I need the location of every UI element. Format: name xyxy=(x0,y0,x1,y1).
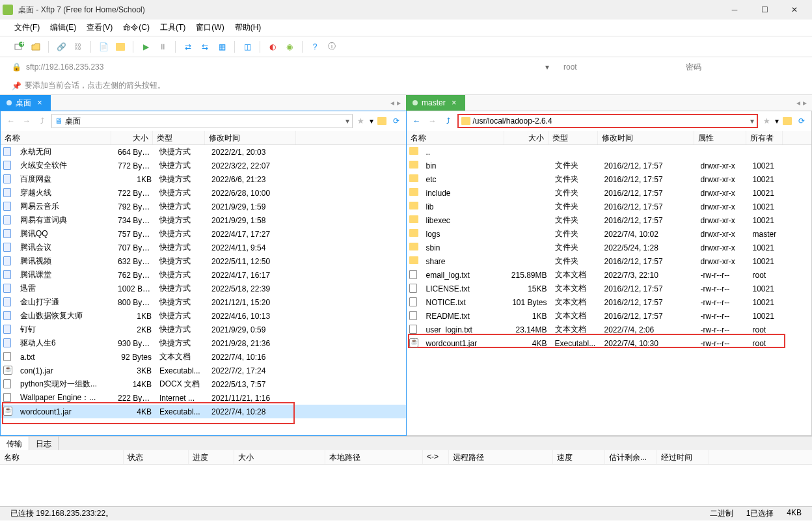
tcol-progress[interactable]: 进度 xyxy=(189,450,234,464)
file-row[interactable]: 金山打字通 800 Bytes 快捷方式 2021/12/1, 15:20 xyxy=(1,295,406,309)
file-row[interactable]: bin 文件夹 2016/2/12, 17:57 drwxr-xr-x 1002… xyxy=(407,159,812,172)
menu-tool[interactable]: 工具(T) xyxy=(156,21,189,34)
minimize-button[interactable]: ─ xyxy=(720,0,750,20)
menu-help[interactable]: 帮助(H) xyxy=(231,21,265,34)
nav-up-button[interactable]: ⤴ xyxy=(36,115,49,128)
col-type[interactable]: 类型 xyxy=(153,131,205,144)
new-folder-button[interactable] xyxy=(113,40,128,54)
menu-edit[interactable]: 编辑(E) xyxy=(46,21,80,34)
file-row[interactable]: include 文件夹 2016/2/12, 17:57 drwxr-xr-x … xyxy=(407,186,812,200)
view-grid-button[interactable]: ▦ xyxy=(215,40,229,54)
favorites-dropdown[interactable]: ▾ xyxy=(775,116,779,126)
nav-forward-button[interactable]: → xyxy=(426,115,439,128)
play-button[interactable]: ▶ xyxy=(139,40,153,54)
col-attr[interactable]: 属性 xyxy=(694,131,746,144)
pause-button[interactable]: ⏸ xyxy=(156,40,170,54)
file-row[interactable]: 网易云音乐 792 Bytes 快捷方式 2021/9/29, 1:59 xyxy=(1,200,406,213)
new-session-button[interactable]: + xyxy=(12,40,26,54)
file-row[interactable]: wordcount1.jar 4KB Executabl... 2022/7/4… xyxy=(407,336,812,350)
file-row[interactable]: a.txt 92 Bytes 文本文档 2022/7/4, 10:16 xyxy=(1,350,406,364)
col-type[interactable]: 类型 xyxy=(548,131,598,144)
new-file-button[interactable]: 📄 xyxy=(96,40,111,54)
tcol-local[interactable]: 本地路径 xyxy=(325,450,423,464)
xftp-button[interactable]: ◉ xyxy=(282,40,297,54)
file-row[interactable]: libexec 文件夹 2016/2/12, 17:57 drwxr-xr-x … xyxy=(407,213,812,227)
file-row[interactable]: NOTICE.txt 101 Bytes 文本文档 2016/2/12, 17:… xyxy=(407,295,812,309)
file-row[interactable]: 网易有道词典 734 Bytes 快捷方式 2021/9/29, 1:58 xyxy=(1,213,406,227)
username-input[interactable] xyxy=(561,62,678,72)
link-button[interactable]: 🔗 xyxy=(54,40,68,54)
tab-nav-right-icon[interactable]: ▸ xyxy=(803,98,807,107)
address-input[interactable] xyxy=(26,62,540,72)
file-row[interactable]: logs 文件夹 2022/7/4, 10:02 drwxr-xr-x mast… xyxy=(407,227,812,241)
file-row[interactable]: 穿越火线 722 Bytes 快捷方式 2022/6/28, 10:00 xyxy=(1,186,406,200)
tab-nav-left-icon[interactable]: ◂ xyxy=(796,98,800,107)
dropdown-icon[interactable]: ▾ xyxy=(345,116,349,126)
file-row[interactable]: sbin 文件夹 2022/5/24, 1:28 drwxr-xr-x 1002… xyxy=(407,241,812,254)
menu-cmd[interactable]: 命令(C) xyxy=(119,21,154,34)
file-row[interactable]: wordcount1.jar 4KB Executabl... 2022/7/4… xyxy=(1,405,406,418)
address-dropdown-icon[interactable]: ▾ xyxy=(545,62,556,72)
sync-left-button[interactable]: ⇄ xyxy=(181,40,195,54)
menu-window[interactable]: 窗口(W) xyxy=(192,21,228,34)
tcol-status[interactable]: 状态 xyxy=(124,450,189,464)
file-row[interactable]: email_log.txt 215.89MB 文本文档 2022/7/3, 22… xyxy=(407,268,812,282)
remote-file-list[interactable]: .. bin 文件夹 2016/2/12, 17:57 drwxr-xr-x 1… xyxy=(407,145,812,435)
tab-nav-right-icon[interactable]: ▸ xyxy=(397,98,401,107)
remote-path-input[interactable]: /usr/local/hadoop-2.6.4 ▾ xyxy=(457,114,759,128)
menu-view[interactable]: 查看(V) xyxy=(83,21,116,34)
file-row[interactable]: user_login.txt 23.14MB 文本文档 2022/7/4, 2:… xyxy=(407,323,812,336)
nav-back-button[interactable]: ← xyxy=(5,115,18,128)
xshell-button[interactable]: ◐ xyxy=(265,40,280,54)
bookmark-button[interactable]: ★ xyxy=(355,115,367,127)
file-row[interactable]: etc 文件夹 2016/2/12, 17:57 drwxr-xr-x 1002… xyxy=(407,172,812,186)
home-button[interactable] xyxy=(781,115,793,127)
refresh-button[interactable]: ⟳ xyxy=(390,115,402,127)
password-input[interactable] xyxy=(683,62,800,72)
col-owner[interactable]: 所有者 xyxy=(746,131,783,144)
col-name[interactable]: 名称 xyxy=(407,131,504,144)
col-name[interactable]: 名称 xyxy=(1,131,111,144)
file-row[interactable]: 火绒安全软件 772 Bytes 快捷方式 2022/3/22, 22:07 xyxy=(1,159,406,172)
file-row[interactable]: 腾讯QQ 757 Bytes 快捷方式 2022/4/17, 17:27 xyxy=(1,227,406,241)
file-row[interactable]: LICENSE.txt 15KB 文本文档 2016/2/12, 17:57 -… xyxy=(407,282,812,295)
sync-right-button[interactable]: ⇆ xyxy=(198,40,212,54)
file-row[interactable]: 驱动人生6 930 Bytes 快捷方式 2021/9/28, 21:36 xyxy=(1,336,406,350)
home-button[interactable] xyxy=(376,115,388,127)
tcol-size[interactable]: 大小 xyxy=(234,450,325,464)
file-row[interactable]: 腾讯课堂 762 Bytes 快捷方式 2022/4/17, 16:17 xyxy=(1,268,406,282)
panel-config-button[interactable]: ◫ xyxy=(240,40,254,54)
transfer-tab[interactable]: 传输 xyxy=(0,437,29,450)
nav-back-button[interactable]: ← xyxy=(411,115,424,128)
tcol-name[interactable]: 名称 xyxy=(0,450,124,464)
file-row[interactable]: 腾讯视频 632 Bytes 快捷方式 2022/5/11, 12:50 xyxy=(1,254,406,268)
dropdown-icon[interactable]: ▾ xyxy=(750,116,754,126)
col-size[interactable]: 大小 xyxy=(504,131,548,144)
close-button[interactable]: ✕ xyxy=(779,0,809,20)
nav-up-button[interactable]: ⤴ xyxy=(442,115,455,128)
file-row[interactable]: 迅雷 1002 Byt... 快捷方式 2022/5/18, 22:39 xyxy=(1,282,406,295)
col-time[interactable]: 修改时间 xyxy=(205,131,296,144)
local-path-input[interactable]: 🖥 桌面 ▾ xyxy=(51,114,353,128)
open-session-button[interactable] xyxy=(29,40,43,54)
file-row[interactable]: python实现对一组数... 14KB DOCX 文档 2022/5/13, … xyxy=(1,377,406,391)
file-row[interactable]: 钉钉 2KB 快捷方式 2021/9/29, 0:59 xyxy=(1,323,406,336)
tab-close-icon[interactable]: × xyxy=(35,98,44,107)
menu-file[interactable]: 文件(F) xyxy=(10,21,44,34)
nav-forward-button[interactable]: → xyxy=(20,115,33,128)
file-row[interactable]: con(1).jar 3KB Executabl... 2022/7/2, 17… xyxy=(1,364,406,377)
tcol-speed[interactable]: 速度 xyxy=(553,450,605,464)
file-row[interactable]: share 文件夹 2016/2/12, 17:57 drwxr-xr-x 10… xyxy=(407,254,812,268)
file-row[interactable]: 腾讯会议 707 Bytes 快捷方式 2022/4/11, 9:54 xyxy=(1,241,406,254)
local-file-list[interactable]: 永劫无间 664 Bytes 快捷方式 2022/2/1, 20:03 火绒安全… xyxy=(1,145,406,435)
about-button[interactable]: ⓘ xyxy=(325,40,339,54)
transfer-list[interactable] xyxy=(0,465,812,506)
file-row[interactable]: 金山数据恢复大师 1KB 快捷方式 2022/4/16, 10:13 xyxy=(1,309,406,323)
file-row[interactable]: Wallpaper Engine：... 222 Bytes Internet … xyxy=(1,391,406,405)
remote-tab[interactable]: master × xyxy=(406,95,465,111)
refresh-button[interactable]: ⟳ xyxy=(796,115,807,127)
maximize-button[interactable]: ☐ xyxy=(750,0,779,20)
tab-nav-left-icon[interactable]: ◂ xyxy=(390,98,394,107)
col-time[interactable]: 修改时间 xyxy=(598,131,694,144)
bookmark-button[interactable]: ★ xyxy=(761,115,772,127)
